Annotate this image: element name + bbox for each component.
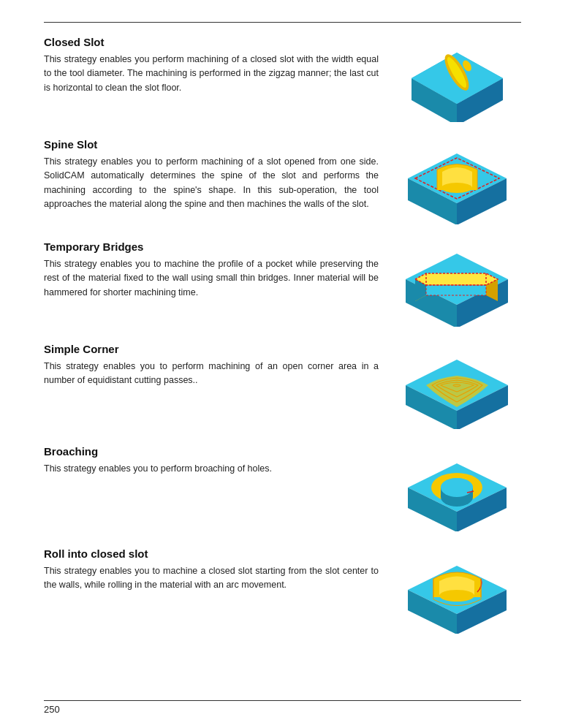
section-text-broaching: Broaching This strategy enables you to p… xyxy=(44,445,393,476)
section-roll-into-closed-slot: Roll into closed slot This strategy enab… xyxy=(44,547,521,642)
page: Closed Slot This strategy enables you pe… xyxy=(0,0,565,728)
svg-marker-19 xyxy=(426,285,486,295)
section-desc-roll-into-closed-slot: This strategy enables you to machine a c… xyxy=(44,564,379,593)
section-title-temporary-bridges: Temporary Bridges xyxy=(44,240,379,253)
section-title-broaching: Broaching xyxy=(44,445,379,458)
section-desc-temporary-bridges: This strategy enables you to machine the… xyxy=(44,257,379,300)
section-title-closed-slot: Closed Slot xyxy=(44,36,379,48)
section-title-spine-slot: Spine Slot xyxy=(44,138,379,151)
section-text-temporary-bridges: Temporary Bridges This strategy enables … xyxy=(44,240,393,300)
section-text-spine-slot: Spine Slot This strategy enables you to … xyxy=(44,138,393,212)
section-image-simple-corner xyxy=(393,343,521,431)
section-spine-slot: Spine Slot This strategy enables you to … xyxy=(44,138,521,233)
page-number: 250 xyxy=(44,700,521,715)
section-text-closed-slot: Closed Slot This strategy enables you pe… xyxy=(44,36,393,95)
section-desc-simple-corner: This strategy enables you to perform mac… xyxy=(44,360,379,388)
svg-point-40 xyxy=(439,590,474,602)
svg-marker-18 xyxy=(415,273,498,285)
section-title-roll-into-closed-slot: Roll into closed slot xyxy=(44,547,379,560)
section-image-spine-slot xyxy=(393,138,521,226)
section-image-temporary-bridges xyxy=(393,240,521,328)
section-text-roll-into-closed-slot: Roll into closed slot This strategy enab… xyxy=(44,547,393,593)
top-rule xyxy=(44,22,521,23)
section-title-simple-corner: Simple Corner xyxy=(44,343,379,355)
section-desc-broaching: This strategy enables you to perform bro… xyxy=(44,462,379,476)
section-desc-closed-slot: This strategy enables you perform machin… xyxy=(44,53,379,95)
section-image-roll-into-closed-slot xyxy=(393,547,521,635)
section-simple-corner: Simple Corner This strategy enables you … xyxy=(44,343,521,438)
section-temporary-bridges: Temporary Bridges This strategy enables … xyxy=(44,240,521,335)
svg-point-11 xyxy=(441,183,472,193)
section-closed-slot: Closed Slot This strategy enables you pe… xyxy=(44,36,521,131)
section-image-closed-slot xyxy=(393,36,521,124)
section-text-simple-corner: Simple Corner This strategy enables you … xyxy=(44,343,393,388)
section-desc-spine-slot: This strategy enables you to perform mac… xyxy=(44,155,379,212)
section-image-broaching xyxy=(393,445,521,533)
section-broaching: Broaching This strategy enables you to p… xyxy=(44,445,521,540)
svg-point-35 xyxy=(441,478,473,497)
